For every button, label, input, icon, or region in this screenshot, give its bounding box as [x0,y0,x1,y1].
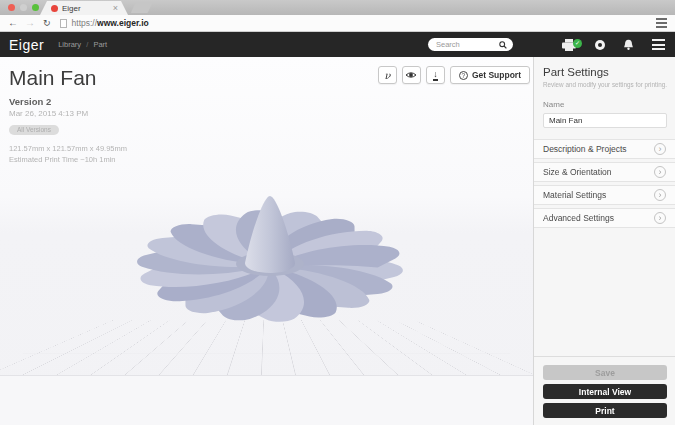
browser-tab[interactable]: Eiger × [40,1,128,15]
breadcrumb-part[interactable]: Part [93,40,107,49]
printer-online-badge: ✓ [573,39,582,48]
panel-title: Part Settings [543,66,666,78]
back-icon[interactable]: ← [8,18,18,28]
browser-window: Eiger × ← → ↻ https:// www.eiger.io Eige… [0,0,675,425]
app-menu-icon[interactable] [652,39,665,50]
panel-actions: Save Internal View Print [534,356,675,425]
breadcrumb: Library / Part [58,40,107,49]
question-circle-icon: ? [459,71,468,80]
reload-icon[interactable]: ↻ [43,18,51,28]
part-version: Version 2 [9,96,127,107]
estimated-print-time: Estimated Print Time ~10h 1min [9,155,127,164]
part-title: Main Fan [9,66,127,90]
breadcrumb-library[interactable]: Library [58,40,81,49]
section-advanced-settings[interactable]: Advanced Settings › [534,208,675,228]
section-size-orientation[interactable]: Size & Orientation › [534,162,675,182]
chevron-right-icon: › [654,189,666,201]
page-icon [60,19,67,28]
traffic-light-minimize-icon[interactable] [20,4,27,11]
settings-button[interactable] [595,40,605,50]
version-button[interactable]: ν [378,66,397,84]
get-support-button[interactable]: ? Get Support [450,66,530,84]
new-tab-button[interactable] [131,3,153,13]
eiger-logo[interactable]: Eiger [9,37,44,53]
get-support-label: Get Support [472,70,521,80]
part-modified-date: Mar 26, 2015 4:13 PM [9,109,127,118]
nu-icon: ν [384,70,390,81]
section-material-settings[interactable]: Material Settings › [534,185,675,205]
download-icon: ↓ [433,70,438,81]
view-button[interactable] [402,66,421,84]
internal-view-button[interactable]: Internal View [543,384,667,399]
printer-status-button[interactable]: ✓ [561,39,577,51]
traffic-light-close-icon[interactable] [8,4,15,11]
panel-subtitle: Review and modify your settings for prin… [543,81,666,88]
all-versions-badge[interactable]: All Versions [9,125,59,135]
browser-menu-icon[interactable] [656,18,667,28]
chevron-right-icon: › [654,212,666,224]
breadcrumb-separator: / [86,40,88,49]
viewport-toolbar: ν ↓ ? Get Support [378,66,530,84]
main-content: Main Fan Version 2 Mar 26, 2015 4:13 PM … [0,57,675,425]
3d-viewport[interactable]: Main Fan Version 2 Mar 26, 2015 4:13 PM … [0,57,533,425]
settings-sections: Description & Projects › Size & Orientat… [534,139,675,228]
settings-icon [595,40,605,50]
bell-icon [623,39,634,51]
browser-tab-strip: Eiger × [0,0,675,15]
part-info: Main Fan Version 2 Mar 26, 2015 4:13 PM … [9,66,127,164]
search-box [428,38,513,51]
eiger-favicon-icon [51,5,58,12]
close-tab-icon[interactable]: × [113,4,118,12]
search-icon [499,41,507,49]
eye-icon [405,69,417,81]
part-settings-panel: Part Settings Review and modify your set… [533,57,675,425]
search-input[interactable] [428,40,494,49]
notifications-button[interactable] [623,39,634,51]
print-button[interactable]: Print [543,403,667,418]
chevron-right-icon: › [654,166,666,178]
download-button[interactable]: ↓ [426,66,445,84]
url-protocol[interactable]: https:// [72,18,98,28]
part-dimensions: 121.57mm x 121.57mm x 49.95mm [9,144,127,153]
browser-toolbar: ← → ↻ https:// www.eiger.io [0,15,675,32]
name-label: Name [543,100,666,109]
part-name-input[interactable] [543,113,667,128]
url-host[interactable]: www.eiger.io [97,18,149,28]
chevron-right-icon: › [654,143,666,155]
tab-title: Eiger [62,4,113,13]
section-description-projects[interactable]: Description & Projects › [534,139,675,159]
save-button[interactable]: Save [543,365,667,380]
forward-icon[interactable]: → [25,18,35,28]
traffic-light-zoom-icon[interactable] [32,4,39,11]
app-header: Eiger Library / Part ✓ [0,32,675,57]
